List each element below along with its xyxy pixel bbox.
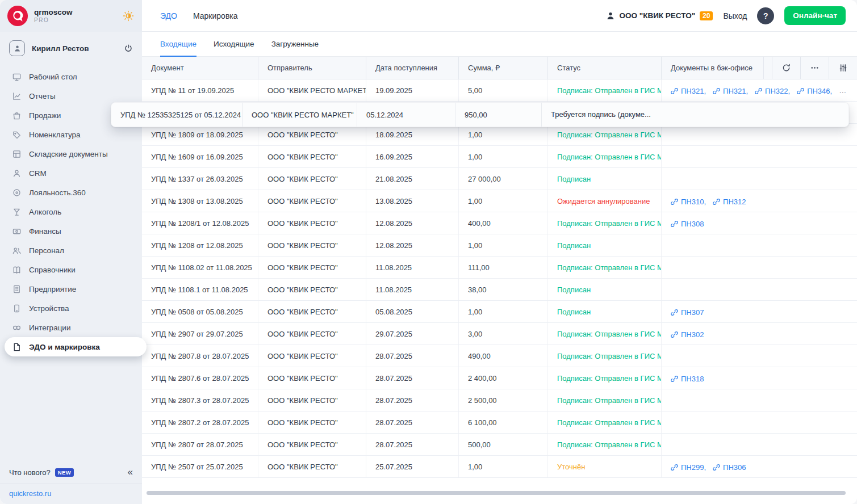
backoffice-doc-link[interactable]: ПН308 <box>671 213 704 234</box>
column-header[interactable]: Дата поступления <box>366 57 459 79</box>
cell-document: УПД № 2807 от 28.07.2025 <box>142 434 258 455</box>
cell-date: 19.09.2025 <box>366 79 459 101</box>
backoffice-doc-link[interactable]: ПН321, <box>713 80 748 101</box>
column-header[interactable]: Документ <box>142 57 258 79</box>
sidebar-item-nomenclature[interactable]: Номенклатура <box>5 125 137 144</box>
topbar-tab-1[interactable]: Маркировка <box>193 11 238 20</box>
user-row[interactable]: Кирилл Рестов <box>0 35 142 61</box>
table-row[interactable]: УПД № 0508 от 05.08.2025ООО "КВИК РЕСТО"… <box>142 301 857 323</box>
table-row[interactable]: УПД № 2507 от 25.07.2025ООО "КВИК РЕСТО"… <box>142 456 857 478</box>
table-row[interactable]: УПД № 2807.6 от 28.07.2025ООО "КВИК РЕСТ… <box>142 367 857 389</box>
table-row[interactable]: УПД № 2807.8 от 28.07.2025ООО "КВИК РЕСТ… <box>142 345 857 367</box>
sidebar-item-loyalty[interactable]: Лояльность.360 <box>5 183 137 202</box>
site-link[interactable]: quickresto.ru <box>0 484 142 504</box>
cell-backoffice-docs <box>662 389 857 411</box>
filter-button[interactable] <box>829 57 857 79</box>
backoffice-doc-link[interactable]: ПН299, <box>671 456 706 477</box>
backoffice-doc-link[interactable]: ПН318 <box>671 368 704 389</box>
selected-document-row[interactable]: УПД № 12535325125 от 05.12.2024 ООО "КВИ… <box>111 102 849 127</box>
company-count-badge: 20 <box>700 11 713 20</box>
table-row[interactable]: УПД № 1208/1 от 12.08.2025ООО "КВИК РЕСТ… <box>142 212 857 234</box>
theme-toggle-icon[interactable] <box>123 10 134 22</box>
backoffice-doc-link[interactable]: ПН312 <box>713 191 746 212</box>
card-document: УПД № 12535325125 от 05.12.2024 <box>111 103 242 127</box>
column-header[interactable]: Отправитель <box>258 57 366 79</box>
subtab-1[interactable]: Исходящие <box>214 32 254 57</box>
cell-amount: 6 100,00 <box>459 411 548 433</box>
user-avatar-icon <box>9 40 25 56</box>
online-chat-button[interactable]: Онлайн-чат <box>784 6 846 25</box>
table-row[interactable]: УПД № 1609 от 16.09.2025ООО "КВИК РЕСТО"… <box>142 146 857 168</box>
column-header[interactable]: Статус <box>548 57 662 79</box>
whats-new-link[interactable]: Что нового? <box>9 468 51 477</box>
sidebar-item-enterprise[interactable]: Предприятие <box>5 279 137 299</box>
sidebar-item-finance[interactable]: Финансы <box>5 221 137 241</box>
horizontal-scrollbar[interactable] <box>147 491 846 495</box>
cell-backoffice-docs: ПН307 <box>662 301 857 322</box>
column-header[interactable]: Документы в бэк-офисе <box>662 57 764 79</box>
company-selector[interactable]: ООО "КВИК РЕСТО" 20 <box>606 11 713 20</box>
table-row[interactable]: УПД № 1208 от 12.08.2025ООО "КВИК РЕСТО"… <box>142 234 857 257</box>
topbar-tab-0[interactable]: ЭДО <box>160 11 177 20</box>
table-toolbar <box>772 57 857 79</box>
topbar: ЭДОМаркировка ООО "КВИК РЕСТО" 20 Выход … <box>142 0 857 32</box>
backoffice-doc-link[interactable]: ПН307 <box>671 301 704 322</box>
link-icon <box>713 198 720 205</box>
cell-backoffice-docs: ПН308 <box>662 212 857 234</box>
refresh-button[interactable] <box>772 57 800 79</box>
cell-amount: 500,00 <box>459 434 548 455</box>
sidebar-item-crm[interactable]: CRM <box>5 163 137 183</box>
table-row[interactable]: УПД № 2807.2 от 28.07.2025ООО "КВИК РЕСТ… <box>142 411 857 434</box>
cell-status: Подписан: Отправлен в ГИС МТ <box>548 257 662 278</box>
sidebar-item-staff[interactable]: Персонал <box>5 241 137 260</box>
sidebar-item-edo[interactable]: ЭДО и маркировка <box>5 337 147 356</box>
table-row[interactable]: УПД № 2807 от 28.07.2025ООО "КВИК РЕСТО"… <box>142 434 857 456</box>
table-row[interactable]: УПД № 1337 от 26.03.2025ООО "КВИК РЕСТО"… <box>142 168 857 190</box>
cell-amount: 1,00 <box>459 301 548 322</box>
subtab-0[interactable]: Входящие <box>160 32 197 57</box>
link-icon <box>671 87 678 95</box>
cell-backoffice-docs <box>662 234 857 256</box>
cell-status: Ожидается аннулирование <box>548 190 662 212</box>
cell-document: УПД № 1108.1 от 11.08.2025 <box>142 279 258 300</box>
logout-button[interactable]: Выход <box>723 11 747 20</box>
cell-amount: 3,00 <box>459 323 548 345</box>
cell-amount: 1,00 <box>459 190 548 212</box>
cell-backoffice-docs: ПН302 <box>662 323 857 345</box>
link-icon <box>671 309 678 316</box>
backoffice-doc-link[interactable]: ПН346, <box>797 80 832 101</box>
logout-power-icon[interactable] <box>124 44 133 53</box>
cell-document: УПД № 2507 от 25.07.2025 <box>142 456 258 477</box>
collapse-sidebar-icon[interactable]: « <box>128 467 133 478</box>
help-button[interactable]: ? <box>757 7 774 24</box>
sidebar-item-directories[interactable]: Справочники <box>5 260 137 279</box>
backoffice-doc-link[interactable]: ПН302 <box>671 324 704 345</box>
cell-status: Подписан <box>548 301 662 322</box>
cell-date: 25.07.2025 <box>366 456 459 477</box>
backoffice-doc-link[interactable]: ПН321, <box>671 80 706 101</box>
sidebar-item-warehouse[interactable]: Складские документы <box>5 144 137 163</box>
backoffice-doc-link[interactable]: ПН322, <box>755 80 790 101</box>
table-row[interactable]: УПД № 2807.3 от 28.07.2025ООО "КВИК РЕСТ… <box>142 389 857 411</box>
backoffice-doc-link[interactable]: ПН310, <box>671 191 706 212</box>
column-header[interactable]: Сумма, ₽ <box>459 57 548 79</box>
backoffice-doc-link[interactable]: ПН306 <box>713 456 746 477</box>
sidebar-item-alcohol[interactable]: Алкоголь <box>5 202 137 221</box>
subtab-2[interactable]: Загруженные <box>271 32 319 57</box>
table-row[interactable]: УПД № 2907 от 29.07.2025ООО "КВИК РЕСТО"… <box>142 323 857 345</box>
enterprise-icon <box>11 284 22 294</box>
table-row[interactable]: УПД № 1308 от 13.08.2025ООО "КВИК РЕСТО"… <box>142 190 857 212</box>
cell-amount: 2 500,00 <box>459 389 548 411</box>
sidebar-item-desktop[interactable]: Рабочий стол <box>5 67 137 86</box>
cell-amount: 490,00 <box>459 345 548 367</box>
sidebar-item-devices[interactable]: Устройства <box>5 299 137 318</box>
cell-sender: ООО "КВИК РЕСТО" <box>258 434 366 455</box>
table-row[interactable]: УПД № 11 от 19.09.2025ООО "КВИК РЕСТО МА… <box>142 79 857 102</box>
more-actions-button[interactable] <box>800 57 829 79</box>
workspace-name-block: qrmoscow PRO <box>34 8 73 23</box>
sidebar-item-integrations[interactable]: Интеграции <box>5 318 137 337</box>
table-row[interactable]: УПД № 1108.1 от 11.08.2025ООО "КВИК РЕСТ… <box>142 279 857 301</box>
table-row[interactable]: УПД № 1108.02 от 11.08.2025ООО "КВИК РЕС… <box>142 257 857 279</box>
cell-sender: ООО "КВИК РЕСТО" <box>258 257 366 278</box>
desktop-icon <box>11 72 22 82</box>
